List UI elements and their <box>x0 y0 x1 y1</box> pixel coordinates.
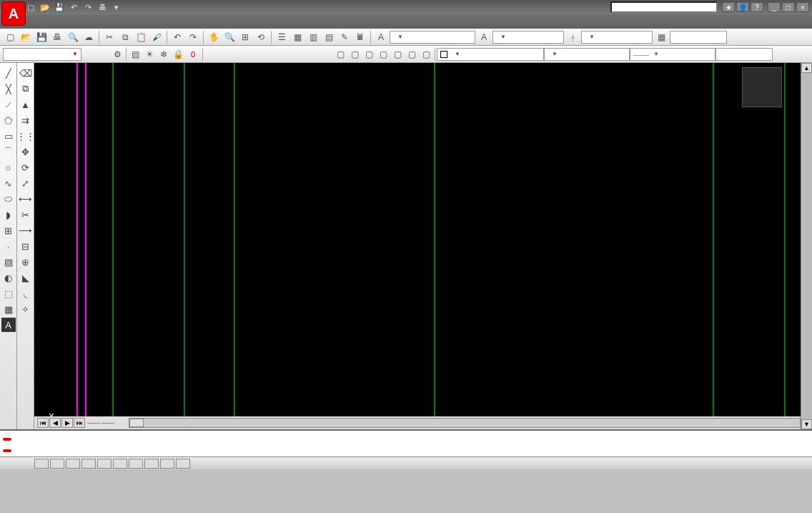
paste-btn[interactable]: 📋 <box>134 30 148 44</box>
print-btn[interactable]: 🖶 <box>50 30 64 44</box>
maximize-icon[interactable]: □ <box>782 2 795 12</box>
tab-next-icon[interactable]: ▶ <box>61 418 73 428</box>
tab-prev-icon[interactable]: ◀ <box>49 418 61 428</box>
textstyle-btn[interactable]: A <box>477 30 491 44</box>
undo-btn[interactable]: ↶ <box>170 30 184 44</box>
preview-btn[interactable]: 🔍 <box>66 30 80 44</box>
scroll-track[interactable] <box>801 73 812 419</box>
trim-icon[interactable]: ✂ <box>19 207 33 222</box>
v-scrollbar[interactable]: ▲ ▼ <box>801 63 812 429</box>
workspace-combo[interactable]: ▼ <box>3 48 81 61</box>
ssm-btn[interactable]: ▤ <box>322 30 336 44</box>
cmd-input-line[interactable] <box>3 444 809 455</box>
layer-off-btn[interactable]: ❄ <box>157 47 171 62</box>
explode-icon[interactable]: ✧ <box>19 302 33 316</box>
dyn-toggle[interactable] <box>144 459 159 469</box>
calc-btn[interactable]: 🖩 <box>353 30 367 44</box>
new-btn[interactable]: ▢ <box>3 30 17 44</box>
h-scrollbar[interactable] <box>129 418 801 428</box>
plotcolor-combo[interactable] <box>716 48 773 61</box>
pline-icon[interactable]: ⟋ <box>1 97 16 112</box>
layer-btn5[interactable]: ▢ <box>390 47 405 62</box>
arc-icon[interactable]: ⌒ <box>1 145 16 159</box>
plotstyle-combo[interactable]: ▼ <box>390 31 475 44</box>
join-icon[interactable]: ⊕ <box>19 255 33 269</box>
layer-btn6[interactable]: ▢ <box>405 47 419 62</box>
star-icon[interactable]: ★ <box>722 2 735 12</box>
tablestyle-combo[interactable] <box>670 31 727 44</box>
table-icon[interactable]: ▦ <box>1 302 16 316</box>
layer-btn4[interactable]: ▢ <box>376 47 390 62</box>
scale-icon[interactable]: ⤢ <box>19 176 33 190</box>
spline-icon[interactable]: ∿ <box>1 176 16 190</box>
move-icon[interactable]: ✥ <box>19 145 33 159</box>
signin-icon[interactable]: 👤 <box>736 2 749 12</box>
rotate-icon[interactable]: ⟳ <box>19 160 33 175</box>
point-icon[interactable]: · <box>1 239 16 253</box>
region-icon[interactable]: ⬚ <box>1 286 16 301</box>
hatch-icon[interactable]: ▨ <box>1 255 16 269</box>
fillet-icon[interactable]: ◟ <box>19 286 33 301</box>
new-icon[interactable]: ▢ <box>24 1 37 13</box>
osnap-toggle[interactable] <box>97 459 112 469</box>
tab-layout1[interactable] <box>102 423 114 424</box>
minimize-icon[interactable]: _ <box>768 2 781 12</box>
save-btn[interactable]: 💾 <box>34 30 49 44</box>
app-logo[interactable]: A <box>1 1 26 26</box>
block-icon[interactable]: ⊞ <box>1 223 16 238</box>
dimstyle-btn[interactable]: ⟊ <box>565 30 580 44</box>
pan-btn[interactable]: ✋ <box>207 30 221 44</box>
layer-mgr-btn[interactable]: ▤ <box>128 47 142 62</box>
erase-icon[interactable]: ⌫ <box>19 66 33 80</box>
mirror-icon[interactable]: ▲ <box>19 97 33 112</box>
break-icon[interactable]: ⊟ <box>19 239 33 253</box>
tab-last-icon[interactable]: ⏭ <box>74 418 85 428</box>
qat-more-icon[interactable]: ▾ <box>110 1 123 13</box>
help-icon[interactable]: ? <box>751 2 763 12</box>
array-icon[interactable]: ⋮⋮ <box>19 129 33 143</box>
extend-icon[interactable]: ⟶ <box>19 223 33 238</box>
copy-obj-icon[interactable]: ⧉ <box>19 82 33 96</box>
tab-first-icon[interactable]: ⏮ <box>37 418 49 428</box>
qp-toggle[interactable] <box>176 459 190 469</box>
ws-gear-icon[interactable]: ⚙ <box>110 47 124 62</box>
offset-icon[interactable]: ⇉ <box>19 113 33 127</box>
redo-btn[interactable]: ↷ <box>186 30 200 44</box>
dc-btn[interactable]: ▦ <box>290 30 304 44</box>
ellipse-icon[interactable]: ⬭ <box>1 192 16 206</box>
scroll-thumb[interactable] <box>129 419 144 427</box>
undo-icon[interactable]: ↶ <box>67 1 80 13</box>
match-btn[interactable]: 🖌 <box>149 30 164 44</box>
text-style-btn[interactable]: A <box>374 30 388 44</box>
open-btn[interactable]: 📂 <box>19 30 33 44</box>
tab-model[interactable] <box>87 423 100 424</box>
color-combo[interactable]: ▼ <box>437 48 544 61</box>
markup-btn[interactable]: ✎ <box>337 30 352 44</box>
tablestyle-btn[interactable]: ▦ <box>654 30 668 44</box>
drawing-canvas[interactable]: X Y ⏮ ◀ ▶ ⏭ <box>34 63 801 429</box>
redo-icon[interactable]: ↷ <box>81 1 94 13</box>
zoom-win-btn[interactable]: ⊞ <box>238 30 252 44</box>
ltype-combo[interactable]: ▼ <box>544 48 630 61</box>
props-btn[interactable]: ☰ <box>274 30 289 44</box>
mtext-icon[interactable]: A <box>1 318 16 332</box>
zoom-rt-btn[interactable]: 🔍 <box>222 30 237 44</box>
search-input[interactable] <box>610 1 718 13</box>
circle-icon[interactable]: ○ <box>1 160 16 175</box>
ducs-toggle[interactable] <box>129 459 143 469</box>
dimstyle-combo[interactable]: ▼ <box>581 31 653 44</box>
polygon-icon[interactable]: ⬠ <box>1 113 16 127</box>
lwt-toggle[interactable] <box>160 459 174 469</box>
textstyle-combo[interactable]: ▼ <box>492 31 564 44</box>
ellipsearc-icon[interactable]: ◗ <box>1 207 16 222</box>
command-window[interactable] <box>0 429 812 456</box>
grid-toggle[interactable] <box>50 459 64 469</box>
scroll-up-icon[interactable]: ▲ <box>801 63 812 73</box>
publish-btn[interactable]: ☁ <box>81 30 96 44</box>
layer-lock-btn[interactable]: 🔒 <box>171 47 185 62</box>
lweight-combo[interactable]: —— ▼ <box>630 48 716 61</box>
scroll-down-icon[interactable]: ▼ <box>801 419 812 429</box>
zoom-prev-btn[interactable]: ⟲ <box>254 30 268 44</box>
line-icon[interactable]: ╱ <box>1 66 16 80</box>
layer-btn2[interactable]: ▢ <box>347 47 362 62</box>
